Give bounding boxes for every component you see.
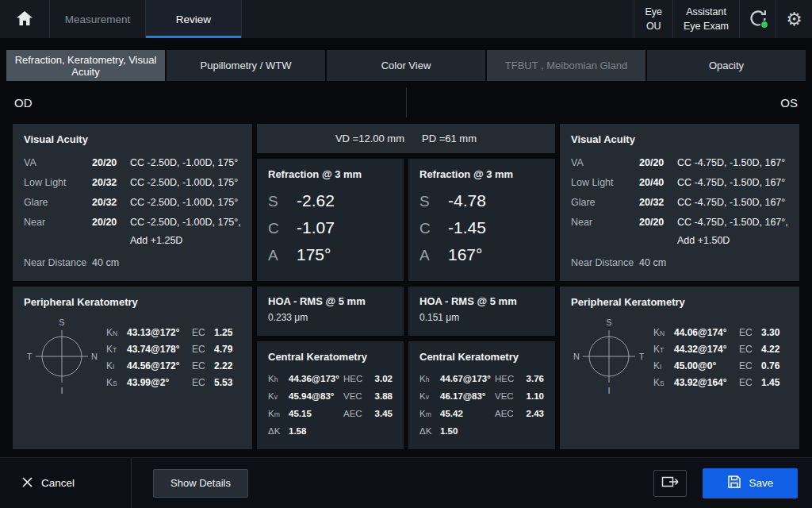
save-icon [727,475,741,491]
settings-button[interactable]: ⚙ [776,0,812,38]
eye-selector[interactable]: Eye OU [634,0,672,38]
center-columns: VD =12.00 mm PD =61 mm Refraction @ 3 mm… [257,124,555,449]
pk-row: KT 44.32@174° EC 4.22 [653,344,788,355]
save-button[interactable]: Save [703,468,798,498]
show-details-button[interactable]: Show Details [153,469,248,498]
sync-icon [747,7,769,32]
footer-bar: Cancel Show Details Save [0,457,812,508]
view-tabs: Refraction, Keratometry, Visual Acuity P… [6,50,806,81]
svg-text:S: S [59,318,64,327]
od-hoa-panel: HOA - RMS @ 5 mm 0.233 μm [257,287,404,336]
tab-review[interactable]: Review [146,0,242,38]
os-central-keratometry-panel: Central Keratometry Kh 44.67@173° HEC 3.… [408,341,555,449]
near-distance-row: Near Distance 40 cm [24,253,241,273]
assistant-selector[interactable]: Assistant Eye Exam [672,0,739,38]
close-icon [22,477,33,490]
pk-row: KN 44.06@174° EC 3.30 [653,327,788,338]
main-content: Visual Acuity VA 20/20 CC -2.50D, -1.00D… [0,124,812,457]
od-axis-compass-icon: S I T N [24,316,100,399]
svg-text:I: I [607,386,610,395]
topbar-spacer [242,0,634,38]
od-central-keratometry-panel: Central Keratometry Kh 44.36@173° HEC 3.… [257,341,404,449]
os-visual-acuity-panel: Visual Acuity VA 20/20 CC -4.75D, -1.50D… [560,124,799,281]
near-distance-row: Near Distance 40 cm [571,253,788,273]
va-row: VA 20/20 CC -2.50D, -1.00D, 175° [24,153,241,173]
sync-status-button[interactable] [739,0,776,38]
assistant-label: Assistant [684,5,729,19]
pk-row: KS 43.99@2° EC 5.53 [106,377,241,388]
cancel-button[interactable]: Cancel [22,477,75,490]
svg-text:T: T [639,352,645,361]
od-visual-acuity-panel: Visual Acuity VA 20/20 CC -2.50D, -1.00D… [13,124,252,281]
panel-title: Peripheral Keratometry [571,296,788,308]
svg-text:N: N [573,352,580,361]
svg-text:N: N [91,352,98,361]
va-row: Near 20/20 CC -2.50D, -1.00D, 175°, Add … [24,213,241,249]
home-icon [16,10,33,29]
subtab-opacity[interactable]: Opacity [647,50,806,81]
os-refraction-panel: Refraction @ 3 mm S -4.78 C -1.45 A 167° [408,159,555,281]
vd-value: VD =12.00 mm [335,133,404,144]
od-refraction-column: Refraction @ 3 mm S -2.62 C -1.07 A 175° [257,159,404,449]
subtab-tfbut-meibomian[interactable]: TFBUT , Meibomian Gland [487,50,645,81]
panel-title: Visual Acuity [24,133,241,145]
os-refraction-column: Refraction @ 3 mm S -4.78 C -1.45 A 167° [408,159,555,449]
od-column: Visual Acuity VA 20/20 CC -2.50D, -1.00D… [13,124,252,449]
va-row: VA 20/20 CC -4.75D, -1.50D, 167° [571,153,788,173]
pk-row: KS 43.92@164° EC 1.45 [653,377,788,388]
gear-icon: ⚙ [786,10,802,29]
svg-text:S: S [606,318,611,327]
top-bar: Measurement Review Eye OU Assistant Eye … [0,0,812,38]
home-button[interactable] [0,0,50,38]
panel-title: Peripheral Keratometry [24,296,241,308]
pk-row: KN 43.13@172° EC 1.25 [106,327,241,338]
va-row: Glare 20/32 CC -2.50D, -1.00D, 175° [24,193,241,213]
va-row: Near 20/20 CC -4.75D, -1.50D, 167°, Add … [571,213,788,249]
os-axis-compass-icon: S I N T [571,316,647,399]
va-row: Low Light 20/40 CC -4.75D, -1.50D, 167° [571,173,788,193]
os-label: OS [407,96,799,110]
pk-row: KI 44.56@172° EC 2.22 [106,360,241,371]
od-refraction-panel: Refraction @ 3 mm S -2.62 C -1.07 A 175° [257,159,404,281]
od-peripheral-keratometry-panel: Peripheral Keratometry S I T N KN [13,287,252,449]
svg-text:T: T [27,352,33,361]
svg-text:I: I [60,386,63,395]
os-peripheral-keratometry-panel: Peripheral Keratometry S I N T KN [560,287,799,449]
va-row: Glare 20/32 CC -4.75D, -1.50D, 167° [571,193,788,213]
subtab-refraction-keratometry-va[interactable]: Refraction, Keratometry, Visual Acuity [6,50,165,81]
eye-value: OU [645,19,662,33]
pk-row: KT 43.74@178° EC 4.79 [106,344,241,355]
od-label: OD [14,96,406,110]
export-icon [661,475,680,491]
os-column: Visual Acuity VA 20/20 CC -4.75D, -1.50D… [560,124,799,449]
pk-row: KI 45.00@0° EC 0.76 [653,360,788,371]
pd-value: PD =61 mm [422,133,477,144]
os-hoa-panel: HOA - RMS @ 5 mm 0.151 μm [408,287,555,336]
subtab-pupillometry-wtw[interactable]: Pupillometry / WTW [167,50,325,81]
subtab-color-view[interactable]: Color View [327,50,485,81]
eye-header: OD OS [0,81,812,124]
export-button[interactable] [653,470,687,497]
va-row: Low Light 20/32 CC -2.50D, -1.00D, 175° [24,173,241,193]
eye-label: Eye [645,5,662,19]
vd-pd-strip: VD =12.00 mm PD =61 mm [257,124,555,153]
assistant-value: Eye Exam [684,19,729,33]
panel-title: Visual Acuity [571,133,788,145]
tab-measurement[interactable]: Measurement [50,0,146,38]
